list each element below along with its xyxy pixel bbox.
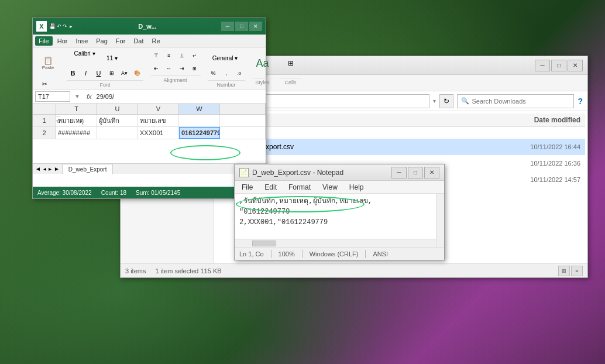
status-items-count: 3 items: [125, 267, 146, 274]
notepad-controls: ─ □ ✕: [391, 167, 439, 178]
notepad-icon: 📄: [239, 168, 249, 177]
status-line-ending: Windows (CRLF): [310, 250, 359, 257]
search-input[interactable]: [472, 98, 570, 105]
font-size-selector[interactable]: 11 ▾: [104, 50, 121, 66]
sheet-nav-prev2[interactable]: ◂: [43, 166, 46, 172]
ribbon-tab-home[interactable]: Hor: [54, 36, 71, 46]
bold-btn[interactable]: B: [67, 67, 79, 79]
number-label: Number: [208, 80, 245, 88]
excel-window: X 💾 ↶ ↷ ▸ D_w... ─ □ ✕ File Hor Inse Pag…: [32, 18, 266, 199]
menu-edit[interactable]: Edit: [262, 182, 279, 193]
align-left-btn[interactable]: ⇤: [150, 63, 162, 74]
cell-V1[interactable]: หมายเลข: [138, 115, 179, 126]
notepad-scrollbar[interactable]: [436, 194, 444, 247]
increase-decimal-btn[interactable]: .0: [233, 67, 245, 79]
explorer-maximize-btn[interactable]: □: [551, 60, 566, 71]
number-row2: % , .0: [208, 67, 245, 79]
underline-btn[interactable]: U: [93, 67, 105, 79]
menu-help[interactable]: Help: [347, 182, 366, 193]
menu-file[interactable]: File: [239, 182, 255, 193]
hscroll-thumb[interactable]: [252, 241, 276, 246]
formula-input[interactable]: [97, 91, 263, 102]
ribbon-tab-review[interactable]: Re: [148, 36, 163, 46]
notepad-maximize-btn[interactable]: □: [408, 167, 423, 178]
notepad-content[interactable]: ,วันที่บันทึก,หมายเหตุ,ผู้บันทึก,หมายเลข…: [235, 194, 444, 247]
excel-save-icon[interactable]: 💾: [49, 23, 56, 29]
sheet-tab-dwebexport[interactable]: D_web_Export: [62, 164, 114, 174]
view-list-btn[interactable]: ≡: [571, 266, 583, 276]
explorer-minimize-btn[interactable]: ─: [535, 60, 550, 71]
sheet-nav-next[interactable]: ►: [54, 166, 60, 172]
fill-color-btn[interactable]: A▾: [119, 67, 130, 79]
menu-format[interactable]: Format: [286, 182, 313, 193]
align-center-btn[interactable]: ↔: [163, 63, 175, 74]
comma-btn[interactable]: ,: [221, 67, 232, 79]
notepad-hscrollbar[interactable]: [235, 239, 436, 247]
address-chevron-icon: ▾: [433, 98, 436, 104]
cell-W1[interactable]: [179, 115, 220, 126]
menu-view[interactable]: View: [320, 182, 340, 193]
excel-undo-icon[interactable]: ↶: [57, 23, 61, 29]
status-selected: 1 item selected 115 KB: [155, 267, 221, 274]
notepad-close-btn[interactable]: ✕: [424, 167, 439, 178]
excel-toolbar-area: 📋 Paste ✂ ⧉ 🖌 Clipboard Calibri ▾ 11 ▾: [33, 47, 266, 90]
font-selector[interactable]: Calibri ▾: [67, 50, 102, 66]
ribbon-tab-pagelayout[interactable]: Pag: [92, 36, 111, 46]
cell-W2[interactable]: 01612249779: [179, 127, 220, 139]
col-header-W[interactable]: W: [179, 104, 220, 114]
excel-quickaccess-icon: ▸: [70, 23, 73, 29]
font-buttons: Calibri ▾ 11 ▾ B I U ⊞ A▾ 🎨: [67, 50, 143, 79]
cell-V2[interactable]: XXX001: [138, 127, 179, 139]
excel-minimize-btn[interactable]: ─: [221, 22, 234, 31]
excel-close-btn[interactable]: ✕: [249, 22, 262, 31]
paste-btn[interactable]: 📋 Paste: [37, 50, 59, 77]
col-header-U[interactable]: U: [97, 104, 138, 114]
sheet-row-1: 1 หมายเหตุ ผู้บันทึก หมายเลข: [33, 115, 266, 127]
font-color-btn[interactable]: 🎨: [132, 67, 143, 79]
ribbon-tab-data[interactable]: Dat: [130, 36, 147, 46]
address-refresh-btn[interactable]: ↻: [439, 94, 453, 108]
merge-btn[interactable]: ⊞: [189, 63, 201, 74]
excel-sheet: T U V W 1 หมายเหตุ ผู้บันทึก หมายเลข 2 #…: [33, 104, 266, 187]
wrap-text-btn[interactable]: ↵: [189, 50, 201, 61]
view-tiles-btn[interactable]: ⊞: [558, 266, 570, 276]
cells-btn[interactable]: ⊞: [280, 50, 301, 77]
align-middle-btn[interactable]: ≡: [163, 50, 175, 61]
cell-U2[interactable]: [97, 127, 138, 139]
help-btn[interactable]: ?: [578, 97, 583, 106]
ribbon-tab-formulas[interactable]: For: [112, 36, 129, 46]
styles-btn[interactable]: Aa: [252, 50, 273, 77]
cell-U1[interactable]: ผู้บันทึก: [97, 115, 138, 126]
explorer-close-btn[interactable]: ✕: [568, 60, 583, 71]
cell-ref-box[interactable]: T17: [35, 91, 70, 102]
border-btn[interactable]: ⊞: [106, 67, 118, 79]
alignment-label: Alignment: [150, 75, 201, 83]
view-icons-group: ⊞ ≡: [558, 266, 583, 276]
excel-maximize-btn[interactable]: □: [235, 22, 248, 31]
sheet-nav-next2[interactable]: ▸: [49, 166, 51, 172]
corner-cell: [33, 104, 56, 114]
italic-btn[interactable]: I: [80, 67, 92, 79]
file-item-csv[interactable]: CSV D_web_Export.csv 10/11/2022 16:44: [216, 139, 585, 155]
excel-statusbar: Average: 30/08/2022 Count: 18 Sum: 01/05…: [33, 187, 266, 198]
explorer-window-controls: ─ □ ✕: [535, 60, 583, 71]
ribbon-tab-insert[interactable]: Inse: [72, 36, 91, 46]
status-divider-2: [302, 250, 302, 258]
notepad-minimize-btn[interactable]: ─: [391, 167, 407, 178]
col-header-V[interactable]: V: [138, 104, 179, 114]
cut-btn[interactable]: ✂: [37, 78, 51, 90]
cell-T2[interactable]: #########: [56, 127, 97, 139]
align-bottom-btn[interactable]: ⊥: [176, 50, 188, 61]
number-buttons: General ▾ % , .0: [208, 50, 245, 79]
ribbon-tab-file[interactable]: File: [35, 36, 53, 46]
sheet-nav-prev[interactable]: ◄: [35, 166, 41, 172]
align-right-btn[interactable]: ⇥: [176, 63, 188, 74]
excel-redo-icon[interactable]: ↷: [63, 23, 67, 29]
percent-btn[interactable]: %: [208, 67, 219, 79]
col-header-T[interactable]: T: [56, 104, 97, 114]
number-format-selector[interactable]: General ▾: [208, 50, 243, 66]
formula-expand-icon[interactable]: ▼: [73, 93, 82, 99]
search-box[interactable]: 🔍: [457, 94, 574, 108]
align-top-btn[interactable]: ⊤: [150, 50, 162, 61]
cell-T1[interactable]: หมายเหตุ: [56, 115, 97, 126]
